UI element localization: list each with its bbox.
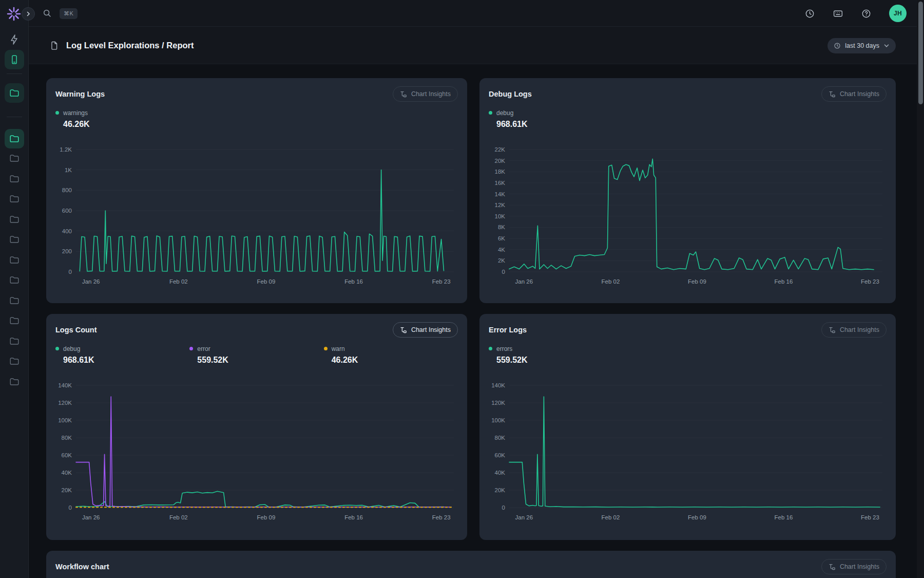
svg-text:0: 0 (502, 505, 505, 511)
folder-icon (9, 335, 20, 347)
nav-folder-item[interactable] (9, 254, 20, 266)
chart-insights-button[interactable]: Chart Insights (821, 559, 887, 574)
svg-text:22K: 22K (495, 146, 506, 153)
legend-color-dot (55, 347, 59, 350)
nav-folder-selected[interactable] (5, 129, 24, 148)
help-circle-icon (861, 8, 872, 19)
folder-icon (9, 315, 20, 326)
time-range-label: last 30 days (845, 42, 879, 49)
insights-tree-icon (829, 90, 836, 98)
nav-item-quick-actions[interactable] (7, 32, 22, 47)
search-button[interactable]: ⌘K (42, 5, 78, 22)
legend-warn[interactable]: warn 46.26K (324, 344, 458, 367)
nav-folder-pinned[interactable] (5, 83, 24, 103)
page-header: Log Level Explorations / Report last 30 … (29, 27, 924, 64)
folder-icon (9, 295, 20, 306)
logs-count-chart[interactable]: 020K40K60K80K100K120K140KJan 26Feb 02Feb… (55, 373, 458, 525)
history-button[interactable] (804, 8, 815, 19)
card-warning-logs: Warning Logs Chart Insights warnings (46, 78, 467, 303)
legend-total: 46.26K (63, 120, 190, 131)
svg-text:18K: 18K (495, 169, 506, 175)
svg-text:20K: 20K (495, 158, 506, 164)
folder-icon (9, 234, 20, 245)
brand-logo[interactable] (5, 5, 23, 23)
legend-color-dot (489, 347, 492, 350)
sidebar-expand-button[interactable] (22, 7, 35, 21)
nav-folder-item[interactable] (9, 356, 20, 367)
svg-text:Feb 23: Feb 23 (432, 514, 451, 520)
page-title: Log Level Explorations / Report (66, 41, 194, 50)
legend-color-dot (324, 347, 328, 350)
folder-icon (9, 214, 20, 225)
legend-color-dot (55, 111, 59, 115)
card-title: Error Logs (489, 326, 527, 334)
nav-folder-item[interactable] (9, 234, 20, 245)
warning-logs-chart[interactable]: 02004006008001K1.2KJan 26Feb 02Feb 09Feb… (55, 137, 458, 289)
svg-text:600: 600 (62, 208, 72, 214)
svg-text:Jan 26: Jan 26 (82, 514, 100, 520)
nav-folder-item[interactable] (9, 214, 20, 225)
svg-text:200: 200 (62, 248, 72, 254)
folder-icon (9, 193, 20, 204)
chevron-right-icon (25, 11, 31, 17)
user-avatar[interactable]: JH (889, 5, 907, 22)
svg-text:Feb 02: Feb 02 (169, 514, 188, 520)
svg-text:6K: 6K (498, 235, 505, 241)
svg-text:100K: 100K (58, 417, 72, 423)
folder-icon (9, 173, 20, 184)
legend-warnings[interactable]: warnings 46.26K (55, 108, 190, 131)
time-range-selector[interactable]: last 30 days (827, 38, 896, 53)
help-button[interactable] (861, 8, 872, 19)
nav-folder-item[interactable] (9, 295, 20, 306)
folder-icon (9, 133, 20, 144)
search-icon (42, 8, 52, 18)
legend-total: 559.52K (197, 356, 323, 367)
svg-text:16K: 16K (495, 180, 506, 186)
svg-text:40K: 40K (495, 470, 506, 476)
legend-total: 968.61K (63, 356, 189, 367)
legend-total: 968.61K (496, 120, 624, 131)
error-logs-chart[interactable]: 020K40K60K80K100K120K140KJan 26Feb 02Feb… (489, 373, 887, 525)
folder-icon (9, 254, 20, 266)
svg-text:Jan 26: Jan 26 (82, 278, 100, 285)
svg-text:1.2K: 1.2K (60, 146, 72, 153)
svg-text:Feb 02: Feb 02 (601, 514, 620, 520)
svg-text:Feb 02: Feb 02 (601, 278, 620, 285)
device-icon (9, 54, 20, 65)
svg-text:Jan 26: Jan 26 (515, 278, 533, 285)
legend-errors[interactable]: errors 559.52K (489, 344, 624, 367)
nav-folder-item[interactable] (9, 153, 20, 164)
svg-text:Feb 23: Feb 23 (861, 278, 879, 285)
nav-folder-item[interactable] (9, 274, 20, 286)
scrollbar-thumb[interactable] (918, 2, 923, 104)
nav-folder-item[interactable] (9, 335, 20, 347)
chart-insights-button[interactable]: Chart Insights (393, 322, 458, 338)
card-debug-logs: Debug Logs Chart Insights debug (479, 78, 896, 303)
svg-text:60K: 60K (495, 452, 506, 458)
nav-folder-item[interactable] (9, 315, 20, 326)
svg-text:60K: 60K (62, 452, 72, 458)
svg-text:20K: 20K (495, 487, 506, 493)
chart-insights-button[interactable]: Chart Insights (821, 322, 887, 338)
svg-text:Jan 26: Jan 26 (515, 514, 533, 520)
debug-logs-chart[interactable]: 02K4K6K8K10K12K14K16K18K20K22KJan 26Feb … (489, 137, 887, 289)
report-file-icon (49, 41, 60, 51)
legend-error[interactable]: error 559.52K (189, 344, 323, 367)
chart-insights-button[interactable]: Chart Insights (393, 86, 458, 102)
svg-text:Feb 23: Feb 23 (432, 278, 451, 285)
nav-item-dashboards[interactable] (5, 50, 24, 69)
nav-folder-item[interactable] (9, 173, 20, 184)
legend-debug[interactable]: debug 968.61K (55, 344, 189, 367)
chart-insights-button[interactable]: Chart Insights (821, 86, 887, 102)
svg-text:400: 400 (62, 228, 72, 234)
sidebar-divider (7, 117, 22, 117)
svg-text:80K: 80K (495, 435, 506, 441)
legend-color-dot (189, 347, 193, 350)
nav-folder-item[interactable] (9, 193, 20, 204)
nav-folder-item[interactable] (9, 376, 20, 387)
keyboard-shortcuts-button[interactable] (833, 8, 843, 19)
svg-text:0: 0 (69, 269, 72, 275)
scrollbar-track[interactable] (917, 0, 924, 578)
svg-text:120K: 120K (58, 400, 72, 406)
legend-debug[interactable]: debug 968.61K (489, 108, 624, 131)
